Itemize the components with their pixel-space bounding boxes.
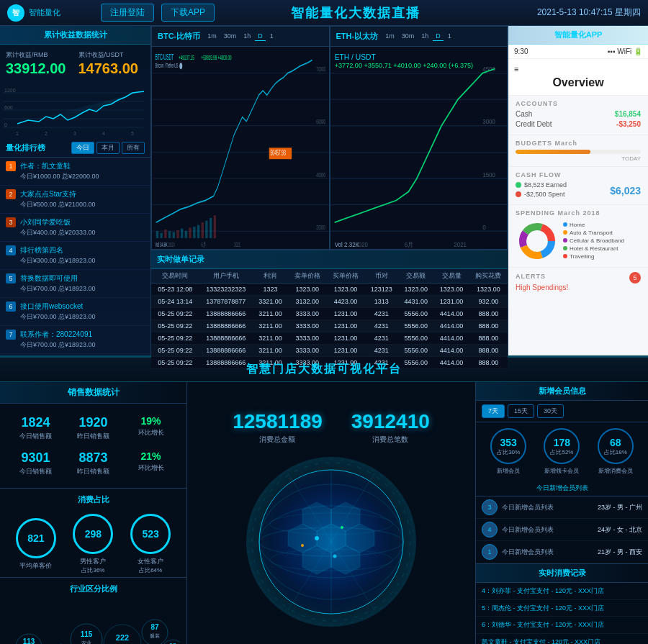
industry-svg: 113 互联网 92 115 农业 222 工业 87 服装 95 bbox=[7, 600, 180, 644]
svg-text:0: 0 bbox=[482, 225, 486, 231]
rank-item: 4 排行榜第四名 今日¥300.00 总¥18923.00 bbox=[0, 242, 150, 270]
avatar: 1 bbox=[482, 544, 498, 560]
realtime-section: 实时消费记录 4：刘亦菲 - 支付宝支付 - 120元 - XXX门店5：周杰伦… bbox=[476, 564, 648, 644]
circle-label: 女性客户 bbox=[130, 557, 171, 566]
svg-text:60000: 60000 bbox=[316, 117, 325, 126]
member-list-item: 4 今日新增会员列表 24岁 - 女 - 北京 bbox=[476, 519, 648, 541]
legend-dot bbox=[563, 222, 567, 227]
btc-chart-body: 70000 60000 40000 20000 bbox=[152, 47, 329, 249]
consume-circle-item: 523 女性客户 占比64% bbox=[130, 514, 171, 574]
member-tab-7[interactable]: 7天 bbox=[482, 404, 505, 418]
eth-tf-D[interactable]: D bbox=[433, 32, 444, 41]
table-header-cell: 购买花费 bbox=[469, 269, 508, 284]
member-tab-15[interactable]: 15天 bbox=[508, 404, 534, 418]
rank-tab-all[interactable]: 所有 bbox=[122, 142, 145, 154]
circle-ring: 298 bbox=[73, 514, 113, 554]
table-scroll[interactable]: 交易时间用户手机利润卖单价格买单价格币对交易额交易量购买花费 05-23 12:… bbox=[151, 269, 508, 369]
tf-1[interactable]: 1 bbox=[267, 32, 276, 41]
tf-30m[interactable]: 30m bbox=[221, 32, 240, 41]
circle-label: 男性客户 bbox=[73, 557, 113, 566]
table-cell: 3321.00 bbox=[253, 295, 288, 307]
table-cell: 3333.00 bbox=[288, 307, 326, 319]
rank-tab-today[interactable]: 今日 bbox=[71, 142, 94, 154]
table-header: 实时做单记录 bbox=[151, 250, 508, 269]
rank-tab-month[interactable]: 本月 bbox=[96, 142, 120, 154]
rmb-label: 累计收益/RMB bbox=[6, 50, 73, 60]
rank-name: 排行榜第四名 bbox=[20, 245, 145, 255]
lower-center-panel: 12581189 消费总金额 3912410 消费总笔数 bbox=[187, 382, 475, 644]
spent-dot bbox=[516, 191, 521, 197]
table-cell: 4414.00 bbox=[433, 344, 469, 356]
table-cell: 1323.00 bbox=[326, 283, 364, 295]
stat-cell: 8873昨日销售额 bbox=[65, 446, 122, 481]
download-button[interactable]: 下载APP bbox=[161, 4, 215, 22]
tf-1h[interactable]: 1h bbox=[240, 32, 253, 41]
rank-number: 6 bbox=[6, 301, 16, 312]
industry-section: 行业区分比例 113 互联网 92 115 农业 222 工业 bbox=[0, 577, 186, 644]
cash-row: Cash $16,854 bbox=[516, 110, 641, 118]
svg-text:87: 87 bbox=[150, 623, 159, 631]
member-info-section: 新增会员信息 7天 15天 30天 353 占比30% 新增会员 178 占比5… bbox=[476, 382, 648, 564]
app-menu-icon[interactable]: ≡ bbox=[514, 65, 518, 73]
table-cell: 3132.00 bbox=[288, 295, 326, 307]
chart-row: BTC-比特币 1m 30m 1h D 1 bbox=[151, 26, 508, 250]
table-cell: 05-25 09:22 bbox=[151, 356, 199, 368]
stat-value: 21% bbox=[125, 450, 176, 462]
svg-text:50457.93: 50457.93 bbox=[270, 148, 286, 158]
rank-info: 大家点点Star支持 今日¥500.00 总¥21000.00 bbox=[20, 189, 145, 209]
member-list: 3 今日新增会员列表 23岁 - 男 - 广州 4 今日新增会员列表 24岁 -… bbox=[476, 496, 648, 563]
tf-D[interactable]: D bbox=[255, 32, 266, 41]
industry-chart: 113 互联网 92 115 农业 222 工业 87 服装 95 bbox=[7, 600, 179, 644]
eth-tf-1m[interactable]: 1m bbox=[382, 32, 397, 41]
stat-label: 昨日销售额 bbox=[68, 467, 119, 476]
stat-cell: 9301今日销售额 bbox=[7, 446, 64, 481]
app-overview-title: Overview bbox=[514, 76, 642, 89]
table-cell: 13888886666 bbox=[199, 356, 253, 368]
svg-point-101 bbox=[315, 536, 319, 540]
svg-text:600: 600 bbox=[4, 105, 13, 110]
eth-panel-header: ETH-以太坊 1m 30m 1h D 1 bbox=[330, 27, 508, 47]
member-title: 新增会员信息 bbox=[476, 382, 648, 401]
eth-tf-30m[interactable]: 30m bbox=[399, 32, 418, 41]
rank-info: 作者：凯文童鞋 今日¥1000.00 总¥22000.00 bbox=[20, 161, 145, 181]
rmb-value: 33912.00 bbox=[6, 61, 73, 76]
svg-text:+49137.15: +49137.15 bbox=[179, 53, 194, 62]
svg-rect-30 bbox=[176, 230, 179, 238]
table-cell: 13888886666 bbox=[199, 344, 253, 356]
rank-name: 大家点点Star支持 bbox=[20, 189, 145, 199]
sales-title: 销售数据统计 bbox=[0, 382, 186, 404]
sales-stats-grid: 1824今日销售额1920昨日销售额19%环比增长9301今日销售额8873昨日… bbox=[0, 404, 186, 488]
member-tab-30[interactable]: 30天 bbox=[537, 404, 564, 418]
stat-cell: 1824今日销售额 bbox=[7, 411, 64, 445]
svg-text:222: 222 bbox=[116, 633, 129, 642]
legend-text: Cellular & Broadband bbox=[570, 237, 624, 244]
cashflow-label: CASH FLOW bbox=[516, 171, 641, 178]
legend-dot bbox=[563, 254, 567, 258]
member-list-item: 3 今日新增会员列表 23岁 - 男 - 广州 bbox=[476, 496, 648, 519]
big-num-2: 3912410 消费总笔数 bbox=[351, 410, 430, 445]
legend-dot bbox=[563, 246, 567, 250]
lower-right-panel: 新增会员信息 7天 15天 30天 353 占比30% 新增会员 178 占比5… bbox=[475, 382, 648, 644]
svg-text:0: 0 bbox=[4, 122, 7, 127]
rank-detail: 今日¥300.00 总¥18923.00 bbox=[20, 256, 145, 266]
svg-rect-13 bbox=[152, 47, 329, 249]
consume-section: 消费占比 821 平均单客价 298 男性客户 占比36% 523 女性客户 占… bbox=[0, 488, 186, 577]
circle-ring: 523 bbox=[130, 514, 171, 554]
right-app-panel: 智能量化APP 9:30 ▪▪▪ WiFi 🔋 ≡ Overview ACCOU… bbox=[508, 26, 648, 355]
table-cell: 4231 bbox=[365, 332, 399, 344]
rank-info: 排行榜第四名 今日¥300.00 总¥18923.00 bbox=[20, 245, 145, 266]
register-button[interactable]: 注册登陆 bbox=[101, 4, 154, 22]
spent-text: -$2,500 Spent bbox=[524, 191, 565, 198]
budget-fill bbox=[516, 150, 590, 154]
avatar: 3 bbox=[482, 499, 498, 515]
stat-value: 1824 bbox=[10, 415, 61, 430]
table-cell: 3211.00 bbox=[253, 332, 288, 344]
rank-number: 1 bbox=[6, 161, 16, 171]
table-cell: 4414.00 bbox=[433, 319, 469, 332]
eth-tf-1[interactable]: 1 bbox=[445, 32, 454, 41]
realtime-text: 凯文童鞋 - 支付宝支付 - 120元 - XXX门店 bbox=[482, 638, 600, 644]
eth-tf-1h[interactable]: 1h bbox=[418, 32, 431, 41]
consume-title: 消费占比 bbox=[7, 491, 179, 508]
big-num-2-value: 3912410 bbox=[351, 410, 430, 433]
tf-1m[interactable]: 1m bbox=[204, 32, 220, 41]
